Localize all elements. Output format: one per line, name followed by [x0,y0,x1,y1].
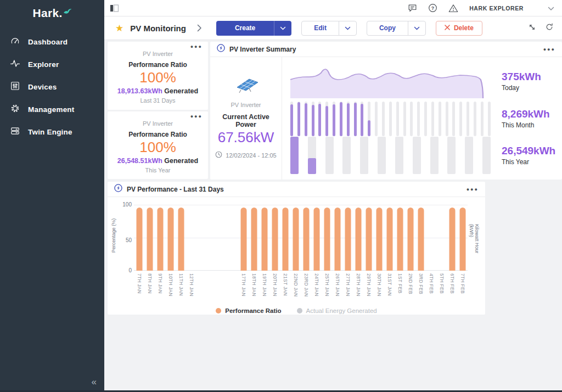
performance-bar [178,208,184,271]
year-bar-chart [290,137,491,174]
message-icon[interactable] [408,4,417,13]
account-menu[interactable]: HARK EXPLORER [469,3,554,13]
mini-bar [312,102,314,136]
y-axis-label: Percentage (%) [111,219,116,253]
gauge-icon [10,36,20,48]
edit-button[interactable]: Edit [301,21,357,36]
star-icon[interactable]: ★ [115,24,123,33]
pv-inverter-summary-card: PV Inverter Summary ●●● [210,42,562,180]
x-tick-label [196,273,207,304]
mini-bar [452,102,455,136]
bar-slot [395,205,405,271]
bar-slot [207,205,217,271]
today-value: 375kWh [502,71,554,83]
x-tick-label: 9TH JAN [155,273,165,304]
chevron-right-icon[interactable] [197,24,202,32]
mini-bar [431,102,434,136]
mini-bar [482,137,491,174]
inverter-metric: Current Active Power [213,113,278,128]
month-value: 8,269kWh [502,108,554,120]
bar-slot [353,205,363,271]
bar-slot [176,205,186,271]
x-tick-label: 24TH JAN [311,273,322,304]
x-axis-labels: 7TH JAN8TH JAN9TH JAN10TH JAN11TH JAN12T… [134,273,468,304]
help-icon[interactable]: ? [428,3,437,13]
bolt-icon [114,184,122,194]
chart-legend: Performance Ratio Actual Energy Generate… [108,307,485,314]
sidebar-item-label: Dashboard [28,38,68,46]
resize-icon[interactable] [529,23,536,33]
chevron-down-icon [548,3,554,13]
bar-slot [374,205,384,271]
toolbar: ★ PV Monitoring Create Edit Copy [104,16,562,40]
mini-bar [368,102,370,136]
legend-item-actual-energy[interactable]: Actual Energy Generated [297,307,377,314]
copy-button-label[interactable]: Copy [367,21,408,35]
sidebar-item-dashboard[interactable]: Dashboard [0,31,104,53]
bar-slot [269,205,280,271]
mini-bar [459,102,462,136]
sidebar-collapse-button[interactable]: « [92,377,97,388]
copy-dropdown-chevron-icon[interactable] [408,21,425,35]
stat-period: This Year [108,167,208,173]
mini-bar [354,102,357,136]
x-tick-label: 28TH JAN [353,273,363,304]
edit-dropdown-chevron-icon[interactable] [339,21,356,35]
card-menu-icon[interactable]: ●●● [190,114,203,119]
sidebar-item-explorer[interactable]: Explorer [0,53,104,76]
legend-item-performance-ratio[interactable]: Performance Ratio [216,307,281,314]
sidebar-item-devices[interactable]: Devices [0,76,104,98]
performance-bar [293,208,299,271]
sidebar-item-management[interactable]: Management [0,98,104,121]
page-title: PV Monitoring [130,24,186,33]
bar-slot [384,205,395,271]
delete-button-label: Delete [454,24,474,32]
warning-icon[interactable] [448,4,458,13]
card-menu-icon[interactable]: ●●● [543,47,555,52]
performance-stat-card-31-days: ●●● PV Inverter Performance Ratio 100% 1… [108,42,208,110]
bar-slot [322,205,332,271]
card-menu-icon[interactable]: ●●● [467,187,479,192]
performance-bar [345,208,351,271]
refresh-icon[interactable] [546,23,553,33]
create-button-label[interactable]: Create [216,21,274,36]
create-button[interactable]: Create [216,21,291,36]
x-tick-label: 19TH JAN [259,273,269,304]
performance-bar [303,208,309,271]
mini-bar [417,102,420,136]
stat-value: 100% [108,139,208,156]
card-title: PV Inverter Summary [229,46,296,53]
create-dropdown-chevron-icon[interactable] [274,21,291,36]
x-tick-label: 26TH JAN [332,273,342,304]
x-tick-label: 30TH JAN [374,273,384,304]
sidebar-nav: Dashboard Explorer Devices [0,31,104,143]
today-label: Today [502,84,554,92]
performance-bar [251,208,257,271]
edit-button-label[interactable]: Edit [302,21,339,35]
bar-slot [332,205,342,271]
mini-bar [447,137,456,174]
x-tick-label: 2ND FEB [405,273,415,304]
bar-slot [259,205,269,271]
mini-bar [308,137,316,174]
copy-button[interactable]: Copy [367,21,426,36]
x-tick-label: 12TH JAN [186,273,196,304]
performance-bar [386,208,392,271]
delete-button[interactable]: Delete [436,21,482,36]
mini-bar [305,102,307,136]
bar-slot [144,205,155,271]
sidebar-item-label: Management [28,105,75,114]
x-tick-label: 4TH FEB [426,273,436,304]
y-tick: 100 [120,201,132,208]
performance-bar [324,208,330,271]
mini-bar [340,102,342,136]
performance-bar [157,208,163,271]
x-tick-label [217,273,228,304]
card-menu-icon[interactable]: ●●● [190,44,203,49]
sidebar-item-twin-engine[interactable]: Twin Engine [0,121,104,143]
mini-bar [410,102,413,136]
stat-value: 100% [108,69,208,86]
panel-toggle-icon[interactable] [110,4,120,12]
x-tick-label: 8TH JAN [144,273,155,304]
mini-bar [430,137,439,174]
